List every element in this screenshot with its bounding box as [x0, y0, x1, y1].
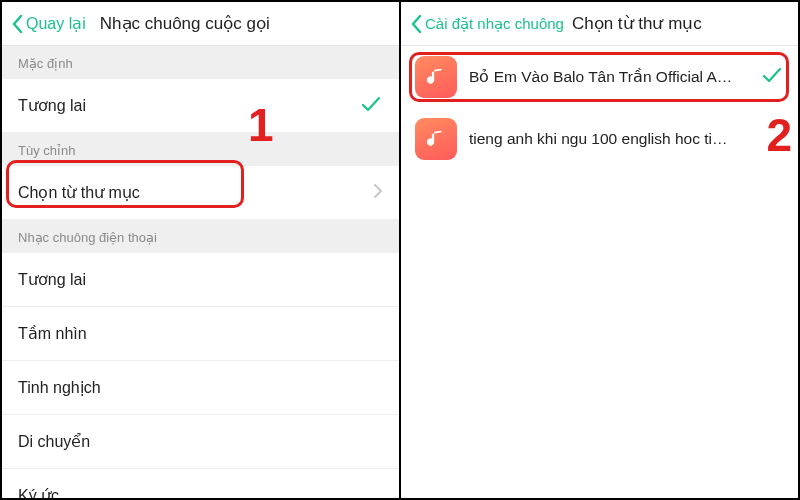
check-icon — [359, 92, 383, 120]
row-ringtone[interactable]: Tầm nhìn — [2, 307, 399, 361]
page-title: Nhạc chuông cuộc gọi — [100, 13, 270, 34]
check-icon — [760, 63, 784, 91]
navbar-right: Cài đặt nhạc chuông Chọn từ thư mục — [401, 2, 798, 46]
row-ringtone[interactable]: Ký ức — [2, 469, 399, 498]
row-default-ringtone[interactable]: Tương lai — [2, 79, 399, 133]
back-button[interactable]: Quay lại — [12, 14, 86, 34]
row-label: Tương lai — [18, 96, 359, 115]
tutorial-frame: Quay lại Nhạc chuông cuộc gọi Mặc định T… — [0, 0, 800, 500]
page-title: Chọn từ thư mục — [572, 13, 702, 34]
pane-choose-from-folder: Cài đặt nhạc chuông Chọn từ thư mục Bỏ E… — [399, 2, 798, 498]
section-header-custom: Tùy chỉnh — [2, 133, 399, 166]
row-ringtone[interactable]: Tinh nghịch — [2, 361, 399, 415]
music-note-icon — [415, 56, 457, 98]
back-button[interactable]: Cài đặt nhạc chuông — [411, 14, 564, 34]
track-label: Bỏ Em Vào Balo Tân Trần Official A… — [469, 68, 754, 86]
track-label: tieng anh khi ngu 100 english hoc ti… — [469, 130, 784, 148]
pane-ringtone-settings: Quay lại Nhạc chuông cuộc gọi Mặc định T… — [2, 2, 399, 498]
row-choose-folder[interactable]: Chọn từ thư mục — [2, 166, 399, 220]
section-header-phone: Nhạc chuông điện thoại — [2, 220, 399, 253]
row-label: Ký ức — [18, 486, 383, 498]
chevron-left-icon — [12, 14, 24, 34]
chevron-left-icon — [411, 14, 423, 34]
track-row[interactable]: tieng anh khi ngu 100 english hoc ti… — [401, 108, 798, 170]
navbar-left: Quay lại Nhạc chuông cuộc gọi — [2, 2, 399, 46]
row-label: Tầm nhìn — [18, 324, 383, 343]
back-label: Cài đặt nhạc chuông — [425, 15, 564, 33]
row-label: Tương lai — [18, 270, 383, 289]
row-label: Di chuyển — [18, 432, 383, 451]
row-ringtone[interactable]: Tương lai — [2, 253, 399, 307]
chevron-right-icon — [373, 183, 383, 203]
track-row[interactable]: Bỏ Em Vào Balo Tân Trần Official A… — [401, 46, 798, 108]
row-label: Tinh nghịch — [18, 378, 383, 397]
music-note-icon — [415, 118, 457, 160]
back-label: Quay lại — [26, 14, 86, 33]
row-ringtone[interactable]: Di chuyển — [2, 415, 399, 469]
row-label: Chọn từ thư mục — [18, 183, 373, 202]
section-header-default: Mặc định — [2, 46, 399, 79]
